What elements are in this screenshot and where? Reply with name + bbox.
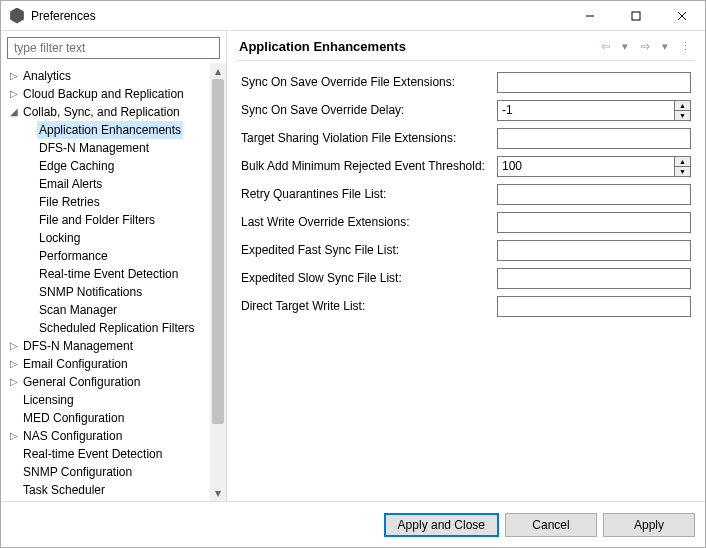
forward-dropdown-icon[interactable]: ▾	[657, 40, 673, 53]
spinner-down-icon[interactable]: ▼	[675, 166, 690, 176]
label-retry-quarantines: Retry Quarantines File List:	[241, 187, 497, 201]
expand-icon[interactable]: ▷	[7, 355, 21, 373]
tree-item-analytics[interactable]: ▷Analytics	[7, 67, 226, 85]
tree-item-scheduled-rep-filters[interactable]: ▷Scheduled Replication Filters	[7, 319, 226, 337]
expand-icon[interactable]: ▷	[7, 67, 21, 85]
tree-item-email-conf[interactable]: ▷Email Configuration	[7, 355, 226, 373]
spinner-bulk-add-min[interactable]: ▲ ▼	[497, 156, 691, 177]
tree-item-med-conf[interactable]: ▷MED Configuration	[7, 409, 226, 427]
label-sync-save-ext: Sync On Save Override File Extensions:	[241, 75, 497, 89]
tree-item-performance[interactable]: ▷Performance	[7, 247, 226, 265]
tree-item-dfsn-mgmt[interactable]: ▷DFS-N Management	[7, 139, 226, 157]
tree-item-task-scheduler[interactable]: ▷Task Scheduler	[7, 481, 226, 499]
tree-item-dfsn-mgmt-top[interactable]: ▷DFS-N Management	[7, 337, 226, 355]
label-last-write-override: Last Write Override Extensions:	[241, 215, 497, 229]
tree-item-rt-event-detection[interactable]: ▷Real-time Event Detection	[7, 265, 226, 283]
tree-item-cloud-backup[interactable]: ▷Cloud Backup and Replication	[7, 85, 226, 103]
label-exp-slow-sync: Expedited Slow Sync File List:	[241, 271, 497, 285]
title-bar: Preferences	[1, 1, 705, 31]
panel-title: Application Enhancements	[239, 39, 597, 54]
filter-input[interactable]	[7, 37, 220, 59]
panel-toolbar: ⇦ ▾ ⇨ ▾ ⋮	[597, 40, 693, 53]
content-panel: Application Enhancements ⇦ ▾ ⇨ ▾ ⋮ Sync …	[227, 31, 705, 501]
tree-item-file-retries[interactable]: ▷File Retries	[7, 193, 226, 211]
spinner-up-icon[interactable]: ▲	[675, 101, 690, 110]
close-button[interactable]	[659, 1, 705, 31]
tree-scrollbar[interactable]: ▴ ▾	[210, 63, 226, 501]
tree-item-locking[interactable]: ▷Locking	[7, 229, 226, 247]
back-dropdown-icon[interactable]: ▾	[617, 40, 633, 53]
svg-rect-1	[632, 12, 640, 20]
expand-icon[interactable]: ▷	[7, 373, 21, 391]
label-target-sharing-violation: Target Sharing Violation File Extensions…	[241, 131, 497, 145]
tree-item-collab-sync[interactable]: ◢Collab, Sync, and Replication	[7, 103, 226, 121]
cancel-button[interactable]: Cancel	[505, 513, 597, 537]
apply-and-close-button[interactable]: Apply and Close	[384, 513, 499, 537]
input-exp-slow-sync[interactable]	[497, 268, 691, 289]
window-title: Preferences	[31, 9, 567, 23]
tree-item-nas-conf[interactable]: ▷NAS Configuration	[7, 427, 226, 445]
collapse-icon[interactable]: ◢	[7, 103, 21, 121]
divider	[237, 60, 695, 61]
scroll-thumb[interactable]	[212, 79, 224, 424]
tree-item-rt-event-detection-top[interactable]: ▷Real-time Event Detection	[7, 445, 226, 463]
forward-icon[interactable]: ⇨	[637, 40, 653, 53]
input-last-write-override[interactable]	[497, 212, 691, 233]
input-retry-quarantines[interactable]	[497, 184, 691, 205]
tree-item-snmp-conf[interactable]: ▷SNMP Configuration	[7, 463, 226, 481]
input-bulk-add-min[interactable]	[497, 156, 675, 177]
tree-item-edge-caching[interactable]: ▷Edge Caching	[7, 157, 226, 175]
spinner-down-icon[interactable]: ▼	[675, 110, 690, 120]
tree-item-scan-manager[interactable]: ▷Scan Manager	[7, 301, 226, 319]
tree-item-app-enhancements[interactable]: ▷Application Enhancements	[7, 121, 226, 139]
spinner-up-icon[interactable]: ▲	[675, 157, 690, 166]
input-sync-save-delay[interactable]	[497, 100, 675, 121]
input-sync-save-ext[interactable]	[497, 72, 691, 93]
preferences-tree[interactable]: ▷Analytics ▷Cloud Backup and Replication…	[7, 67, 226, 499]
app-icon	[9, 8, 25, 24]
button-bar: Apply and Close Cancel Apply	[1, 501, 705, 547]
tree-item-licensing[interactable]: ▷Licensing	[7, 391, 226, 409]
menu-icon[interactable]: ⋮	[677, 40, 693, 53]
sidebar: ▷Analytics ▷Cloud Backup and Replication…	[1, 31, 227, 501]
input-target-sharing-violation[interactable]	[497, 128, 691, 149]
settings-form: Sync On Save Override File Extensions: S…	[227, 71, 705, 323]
expand-icon[interactable]: ▷	[7, 85, 21, 103]
label-direct-target-write: Direct Target Write List:	[241, 299, 497, 313]
expand-icon[interactable]: ▷	[7, 427, 21, 445]
label-exp-fast-sync: Expedited Fast Sync File List:	[241, 243, 497, 257]
input-direct-target-write[interactable]	[497, 296, 691, 317]
tree-item-file-folder-filters[interactable]: ▷File and Folder Filters	[7, 211, 226, 229]
expand-icon[interactable]: ▷	[7, 337, 21, 355]
tree-item-email-alerts[interactable]: ▷Email Alerts	[7, 175, 226, 193]
label-sync-save-delay: Sync On Save Override Delay:	[241, 103, 497, 117]
scroll-up-icon[interactable]: ▴	[210, 63, 226, 79]
back-icon[interactable]: ⇦	[597, 40, 613, 53]
spinner-sync-save-delay[interactable]: ▲ ▼	[497, 100, 691, 121]
tree-item-snmp-notifications[interactable]: ▷SNMP Notifications	[7, 283, 226, 301]
apply-button[interactable]: Apply	[603, 513, 695, 537]
minimize-button[interactable]	[567, 1, 613, 31]
maximize-button[interactable]	[613, 1, 659, 31]
scroll-down-icon[interactable]: ▾	[210, 485, 226, 501]
tree-item-general-conf[interactable]: ▷General Configuration	[7, 373, 226, 391]
input-exp-fast-sync[interactable]	[497, 240, 691, 261]
label-bulk-add-min: Bulk Add Minimum Rejected Event Threshol…	[241, 159, 497, 173]
